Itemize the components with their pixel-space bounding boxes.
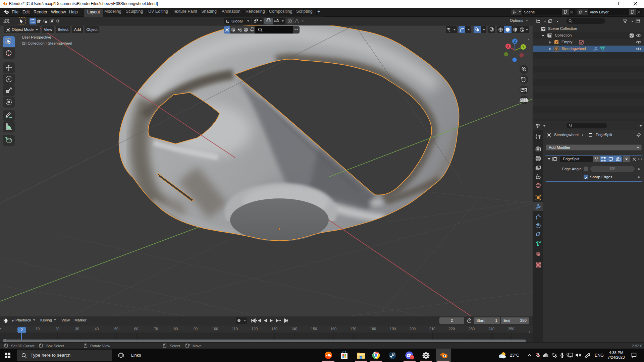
svg-text:1: 1 <box>411 356 413 359</box>
svg-text:Y: Y <box>522 45 525 49</box>
svg-text:X: X <box>507 45 509 48</box>
svg-text:Z: Z <box>514 40 516 43</box>
